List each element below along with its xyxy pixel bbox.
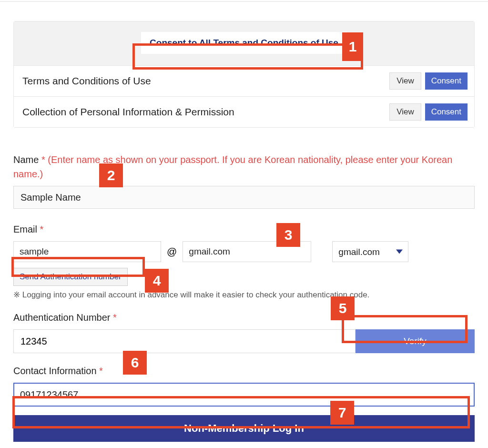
terms-header-title: Consent to All Terms and Conditions of U… bbox=[141, 32, 347, 54]
contact-input[interactable] bbox=[13, 383, 475, 407]
terms-row: Terms and Conditions of Use View Consent bbox=[14, 65, 474, 96]
email-at: @ bbox=[167, 246, 177, 257]
terms-row: Collection of Personal Information & Per… bbox=[14, 96, 474, 127]
email-label-row: Email * bbox=[13, 222, 475, 236]
required-star: * bbox=[41, 154, 45, 165]
non-member-login-button[interactable]: Non-Membership Log In bbox=[13, 415, 475, 442]
terms-header: Consent to All Terms and Conditions of U… bbox=[14, 21, 474, 65]
email-local-input[interactable] bbox=[13, 241, 161, 262]
contact-field: Contact Information * bbox=[13, 364, 475, 407]
name-input[interactable] bbox=[13, 186, 475, 209]
view-button[interactable]: View bbox=[389, 72, 421, 90]
form-container: 1 2 3 4 5 6 7 Consent to All Terms and C… bbox=[0, 21, 488, 448]
consent-button[interactable]: Consent bbox=[425, 72, 468, 90]
auth-field: Authentication Number * Verify bbox=[13, 310, 475, 353]
terms-panel: Consent to All Terms and Conditions of U… bbox=[13, 21, 475, 128]
terms-row-label: Collection of Personal Information & Per… bbox=[22, 106, 234, 118]
email-domain-input[interactable] bbox=[183, 241, 311, 262]
auth-label: Authentication Number bbox=[13, 312, 110, 323]
view-button[interactable]: View bbox=[389, 103, 421, 121]
terms-row-label: Terms and Conditions of Use bbox=[22, 75, 151, 87]
send-auth-button[interactable]: Send Authentication number bbox=[13, 268, 128, 286]
name-label: Name bbox=[13, 154, 39, 165]
contact-label-row: Contact Information * bbox=[13, 364, 475, 378]
required-star: * bbox=[99, 366, 103, 376]
name-field: Name * (Enter name as shown on your pass… bbox=[13, 153, 475, 209]
contact-label: Contact Information bbox=[13, 366, 97, 376]
email-label: Email bbox=[13, 224, 37, 234]
required-star: * bbox=[113, 312, 117, 323]
email-field: Email * @ gmail.com Send Authentication … bbox=[13, 222, 475, 300]
login-wrap: Non-Membership Log In bbox=[13, 415, 475, 442]
email-domain-select[interactable]: gmail.com bbox=[332, 241, 408, 262]
required-star: * bbox=[40, 224, 44, 234]
auth-label-row: Authentication Number * bbox=[13, 310, 475, 325]
email-tip: ※ Logging into your email account in adv… bbox=[13, 290, 475, 300]
consent-button[interactable]: Consent bbox=[425, 103, 468, 121]
auth-input[interactable] bbox=[13, 329, 356, 353]
name-hint: (Enter name as shown on your passport. I… bbox=[13, 154, 452, 179]
verify-button[interactable]: Verify bbox=[356, 329, 475, 353]
name-label-row: Name * (Enter name as shown on your pass… bbox=[13, 153, 475, 181]
